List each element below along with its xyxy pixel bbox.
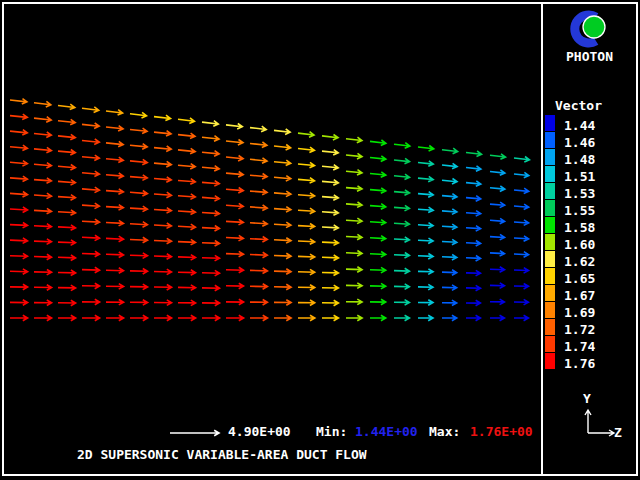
velocity-vector-arrow bbox=[418, 176, 433, 182]
velocity-vector-arrow bbox=[442, 285, 457, 291]
legend-value: 1.51 bbox=[564, 169, 595, 184]
velocity-vector-arrow bbox=[178, 315, 196, 320]
velocity-vector-arrow bbox=[106, 220, 124, 226]
velocity-vector-arrow bbox=[226, 156, 243, 162]
velocity-vector-arrow bbox=[58, 180, 75, 186]
velocity-vector-arrow bbox=[130, 144, 147, 150]
legend-swatch bbox=[545, 166, 555, 182]
velocity-vector-arrow bbox=[298, 132, 314, 138]
velocity-vector-arrow bbox=[130, 237, 148, 243]
velocity-vector-arrow bbox=[106, 268, 124, 274]
velocity-vector-arrow bbox=[346, 299, 362, 305]
velocity-vector-arrow bbox=[82, 171, 99, 176]
velocity-vector-arrow bbox=[346, 186, 362, 191]
velocity-vector-arrow bbox=[34, 315, 52, 320]
velocity-vector-arrow bbox=[10, 130, 27, 135]
velocity-vector-arrow bbox=[274, 222, 291, 227]
velocity-vector-arrow bbox=[442, 209, 457, 215]
velocity-vector-arrow bbox=[442, 300, 457, 305]
velocity-vector-arrow bbox=[250, 237, 267, 243]
velocity-vector-arrow bbox=[346, 267, 362, 273]
velocity-vector-arrow bbox=[322, 165, 338, 171]
velocity-vector-arrow bbox=[154, 238, 172, 243]
velocity-vector-arrow bbox=[34, 117, 51, 123]
legend-value: 1.48 bbox=[564, 152, 595, 167]
axis-y-label: Y bbox=[583, 392, 591, 405]
velocity-vector-arrow bbox=[202, 121, 218, 127]
photon-logo-icon bbox=[566, 8, 610, 50]
velocity-vector-arrow bbox=[82, 235, 100, 240]
velocity-vector-arrow bbox=[178, 300, 196, 306]
velocity-vector-arrow bbox=[58, 240, 76, 246]
legend-colorbar: 1.441.461.481.511.531.551.581.601.621.65… bbox=[545, 114, 595, 369]
velocity-vector-arrow bbox=[202, 211, 219, 216]
velocity-vector-arrow bbox=[418, 192, 433, 198]
velocity-vector-arrow bbox=[106, 173, 123, 179]
velocity-vector-arrow bbox=[106, 252, 124, 258]
velocity-vector-arrow bbox=[34, 193, 52, 199]
velocity-vector-arrow bbox=[202, 270, 220, 276]
velocity-vector-arrow bbox=[466, 270, 481, 276]
velocity-vector-arrow bbox=[226, 124, 242, 129]
velocity-vector-arrow bbox=[226, 251, 244, 256]
velocity-vector-arrow bbox=[370, 204, 386, 210]
velocity-vector-arrow bbox=[370, 283, 386, 289]
legend-swatch bbox=[545, 285, 555, 301]
velocity-vector-arrow bbox=[202, 196, 219, 202]
velocity-vector-arrow bbox=[226, 172, 243, 177]
velocity-vector-arrow bbox=[394, 143, 410, 149]
axis-z-label: Z bbox=[614, 426, 622, 439]
velocity-vector-arrow bbox=[34, 285, 52, 291]
velocity-vector-arrow bbox=[10, 161, 27, 167]
velocity-vector-arrow bbox=[58, 104, 75, 109]
velocity-vector-arrow bbox=[418, 254, 433, 260]
legend-entry: 1.58 bbox=[545, 216, 595, 233]
velocity-vector-arrow bbox=[250, 252, 267, 257]
velocity-vector-arrow bbox=[226, 283, 244, 289]
velocity-vector-arrow bbox=[514, 268, 529, 274]
velocity-vector-arrow bbox=[298, 208, 315, 214]
velocity-vector-arrow bbox=[274, 207, 291, 213]
velocity-vector-arrow bbox=[250, 315, 268, 320]
velocity-vector-arrow bbox=[370, 188, 386, 193]
legend-swatch bbox=[545, 234, 555, 250]
velocity-vector-arrow bbox=[34, 239, 52, 245]
legend-value: 1.60 bbox=[564, 237, 595, 252]
velocity-vector-arrow bbox=[58, 134, 75, 139]
legend-value: 1.55 bbox=[564, 203, 595, 218]
velocity-vector-arrow bbox=[370, 156, 386, 162]
velocity-vector-arrow bbox=[466, 226, 481, 232]
velocity-vector-arrow bbox=[322, 270, 338, 275]
velocity-vector-arrow bbox=[370, 220, 386, 226]
velocity-vector-arrow bbox=[58, 270, 76, 276]
velocity-vector-arrow bbox=[154, 269, 172, 275]
velocity-vector-arrow bbox=[394, 284, 409, 290]
velocity-vector-arrow bbox=[82, 251, 100, 257]
legend-swatch bbox=[545, 319, 555, 335]
legend-swatch bbox=[545, 268, 555, 284]
velocity-vector-arrow bbox=[58, 165, 75, 171]
legend-swatch bbox=[545, 336, 555, 352]
legend-title: Vector bbox=[555, 99, 602, 112]
velocity-vector-arrow bbox=[394, 190, 410, 195]
velocity-vector-arrow bbox=[58, 285, 76, 291]
velocity-vector-arrow bbox=[442, 224, 457, 230]
velocity-vector-arrow bbox=[250, 284, 267, 290]
velocity-vector-arrow bbox=[274, 191, 291, 197]
velocity-vector-arrow bbox=[514, 315, 528, 320]
velocity-vector-arrow bbox=[10, 176, 27, 181]
velocity-vector-arrow bbox=[274, 160, 291, 165]
velocity-vector-arrow bbox=[178, 224, 195, 230]
velocity-vector-arrow bbox=[58, 255, 76, 261]
velocity-vector-arrow bbox=[490, 170, 505, 176]
velocity-vector-arrow bbox=[154, 208, 171, 214]
velocity-vector-arrow bbox=[394, 237, 409, 243]
max-value: 1.76E+00 bbox=[470, 425, 533, 438]
velocity-vector-arrow bbox=[322, 195, 338, 200]
velocity-vector-arrow bbox=[370, 267, 386, 273]
velocity-vector-arrow bbox=[82, 107, 99, 113]
velocity-vector-arrow bbox=[154, 115, 171, 120]
velocity-vector-arrow bbox=[58, 195, 75, 201]
velocity-vector-arrow bbox=[490, 267, 505, 272]
velocity-vector-arrow bbox=[466, 256, 481, 262]
